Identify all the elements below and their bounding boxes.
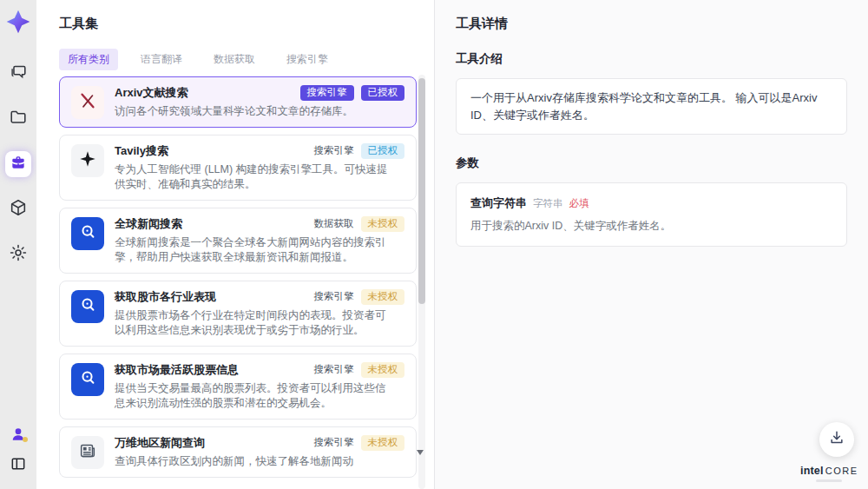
chat-icon xyxy=(9,63,28,85)
details-title: 工具详情 xyxy=(456,16,847,32)
user-avatar[interactable] xyxy=(7,423,30,446)
tool-card-body: Tavily搜索 搜索引擎 已授权 专为人工智能代理 (LLM) 构建的搜索引擎… xyxy=(115,143,404,192)
tool-card-header: 获取市场最活跃股票信息 搜索引擎 未授权 xyxy=(115,362,404,378)
tool-card-body: 获取市场最活跃股票信息 搜索引擎 未授权 提供当天交易量最高的股票列表。投资者可… xyxy=(115,362,404,411)
category-tab-2[interactable]: 数据获取 xyxy=(205,49,264,70)
tool-auth-badge: 已授权 xyxy=(361,85,405,101)
tool-icon xyxy=(71,144,104,177)
tool-icon xyxy=(71,363,104,396)
tool-card-list: Arxiv文献搜索 搜索引擎 已授权 访问各个研究领域大量科学论文和文章的存储库… xyxy=(59,76,417,485)
tool-icon xyxy=(71,436,104,469)
search-app-icon xyxy=(78,222,97,245)
briefcase-icon xyxy=(10,154,27,175)
tool-category-badge: 搜索引擎 xyxy=(314,362,354,378)
tool-card[interactable]: 万维地区新闻查询 搜索引擎 未授权 查询具体行政区划内的新闻，快速了解各地新闻动 xyxy=(59,426,417,478)
tool-category-badge: 搜索引擎 xyxy=(300,85,354,101)
tool-description: 访问各个研究领域大量科学论文和文章的存储库。 xyxy=(115,104,389,119)
tool-card-body: 获取股市各行业表现 搜索引擎 未授权 提供股票市场各个行业在特定时间段内的表现。… xyxy=(115,289,404,338)
tool-card-header: 万维地区新闻查询 搜索引擎 未授权 xyxy=(115,435,404,451)
nav-chat[interactable] xyxy=(5,61,31,87)
nav-files[interactable] xyxy=(5,106,31,132)
sidebar-nav xyxy=(5,61,31,268)
tool-card-header: Arxiv文献搜索 搜索引擎 已授权 xyxy=(115,85,404,101)
tool-card-header: Tavily搜索 搜索引擎 已授权 xyxy=(115,143,404,159)
tool-card-header: 全球新闻搜索 数据获取 未授权 xyxy=(115,216,404,232)
app-window: 工具集 所有类别语言翻译数据获取搜索引擎 Arxiv文献搜索 搜索引擎 已授权 … xyxy=(0,0,868,489)
tool-description: 查询具体行政区划内的新闻，快速了解各地新闻动 xyxy=(115,454,389,469)
scrollbar-thumb[interactable] xyxy=(418,78,425,304)
tool-category-badge: 搜索引擎 xyxy=(314,143,354,159)
category-tabs: 所有类别语言翻译数据获取搜索引擎 xyxy=(59,49,337,70)
tool-auth-badge: 未授权 xyxy=(361,289,405,305)
intro-section-title: 工具介绍 xyxy=(456,51,847,67)
panel-layout-icon xyxy=(10,455,27,476)
folder-icon xyxy=(9,108,28,130)
sidebar-bottom xyxy=(7,423,30,477)
tool-card[interactable]: 获取股市各行业表现 搜索引擎 未授权 提供股票市场各个行业在特定时间段内的表现。… xyxy=(59,281,417,347)
tool-list-panel: 工具集 所有类别语言翻译数据获取搜索引擎 Arxiv文献搜索 搜索引擎 已授权 … xyxy=(36,0,434,489)
nav-toolset[interactable] xyxy=(5,151,31,177)
tool-icon xyxy=(71,290,104,323)
category-tab-0[interactable]: 所有类别 xyxy=(59,49,118,70)
tool-auth-badge: 未授权 xyxy=(361,362,405,378)
params-section-title: 参数 xyxy=(456,155,847,171)
category-tab-3[interactable]: 搜索引擎 xyxy=(278,49,337,70)
collapse-panel-button[interactable] xyxy=(7,454,30,477)
tavily-star-icon xyxy=(78,149,97,172)
tool-description: 专为人工智能代理 (LLM) 构建的搜索引擎工具。可快速提供实时、准确和真实的结… xyxy=(115,162,389,192)
tool-auth-badge: 未授权 xyxy=(361,216,405,232)
search-app-icon xyxy=(78,368,97,391)
tool-card[interactable]: 全球新闻搜索 数据获取 未授权 全球新闻搜索是一个聚合全球各大新闻网站内容的搜索… xyxy=(59,208,417,274)
tool-icon xyxy=(71,217,104,250)
tool-card[interactable]: 获取市场最活跃股票信息 搜索引擎 未授权 提供当天交易量最高的股票列表。投资者可… xyxy=(59,354,417,420)
parameter-type: 字符串 xyxy=(533,197,563,210)
tool-auth-badge: 已授权 xyxy=(361,143,405,159)
nav-settings[interactable] xyxy=(5,241,31,268)
gear-icon xyxy=(9,243,28,266)
tool-card-body: 万维地区新闻查询 搜索引擎 未授权 查询具体行政区划内的新闻，快速了解各地新闻动 xyxy=(115,435,404,469)
tool-card[interactable]: Tavily搜索 搜索引擎 已授权 专为人工智能代理 (LLM) 构建的搜索引擎… xyxy=(59,135,417,201)
brand-underline xyxy=(816,479,842,482)
list-scrollbar[interactable] xyxy=(418,75,425,489)
parameter-required-badge: 必填 xyxy=(569,197,589,210)
tool-description: 全球新闻搜索是一个聚合全球各大新闻网站内容的搜索引擎，帮助用户快速获取全球最新资… xyxy=(115,235,389,265)
brand-intel-text: intel xyxy=(800,465,824,477)
tool-card-header: 获取股市各行业表现 搜索引擎 未授权 xyxy=(115,289,404,305)
tool-name: 全球新闻搜索 xyxy=(115,216,182,232)
tool-description: 提供股票市场各个行业在特定时间段内的表现。投资者可以利用这些信息来识别表现优于或… xyxy=(115,308,389,338)
page-title: 工具集 xyxy=(59,16,98,32)
tool-details-panel: 工具详情 工具介绍 一个用于从Arxiv存储库搜索科学论文和文章的工具。 输入可… xyxy=(434,0,868,489)
brand-core-text: core xyxy=(825,466,858,476)
tool-category-badge: 搜索引擎 xyxy=(314,289,354,305)
tool-category-badge: 搜索引擎 xyxy=(314,435,354,451)
search-app-icon xyxy=(78,295,97,318)
parameter-card: 查询字符串 字符串 必填 用于搜索的Arxiv ID、关键字或作者姓名。 xyxy=(456,182,847,247)
user-icon xyxy=(10,426,27,443)
tool-description: 提供当天交易量最高的股票列表。投资者可以利用这些信息来识别流动性强的股票和潜在的… xyxy=(115,381,389,411)
category-tab-1[interactable]: 语言翻译 xyxy=(132,49,191,70)
tool-auth-badge: 未授权 xyxy=(361,435,405,451)
tool-card-body: Arxiv文献搜索 搜索引擎 已授权 访问各个研究领域大量科学论文和文章的存储库… xyxy=(115,85,404,119)
tool-name: 获取股市各行业表现 xyxy=(115,289,216,305)
tool-intro-text: 一个用于从Arxiv存储库搜索科学论文和文章的工具。 输入可以是Arxiv ID… xyxy=(456,78,847,135)
parameter-name: 查询字符串 xyxy=(470,195,527,211)
tool-icon xyxy=(71,86,104,119)
nav-models[interactable] xyxy=(5,196,31,222)
intel-core-logo: intelcore xyxy=(800,465,858,482)
download-button[interactable] xyxy=(819,422,854,457)
newspaper-icon xyxy=(78,441,97,464)
tool-card-body: 全球新闻搜索 数据获取 未授权 全球新闻搜索是一个聚合全球各大新闻网站内容的搜索… xyxy=(115,216,404,265)
tool-category-badge: 数据获取 xyxy=(314,216,354,232)
download-icon xyxy=(828,429,845,450)
status-dot xyxy=(23,437,28,442)
cube-icon xyxy=(9,198,28,221)
arxiv-logo-icon xyxy=(78,91,97,114)
tool-name: 获取市场最活跃股票信息 xyxy=(115,362,239,378)
left-sidebar xyxy=(0,0,36,489)
parameter-description: 用于搜索的Arxiv ID、关键字或作者姓名。 xyxy=(470,219,832,234)
app-logo-icon xyxy=(3,7,33,36)
tool-card[interactable]: Arxiv文献搜索 搜索引擎 已授权 访问各个研究领域大量科学论文和文章的存储库… xyxy=(59,76,417,128)
scroll-down-icon[interactable] xyxy=(417,450,424,455)
tool-name: 万维地区新闻查询 xyxy=(115,435,205,451)
parameter-header: 查询字符串 字符串 必填 xyxy=(470,195,832,211)
